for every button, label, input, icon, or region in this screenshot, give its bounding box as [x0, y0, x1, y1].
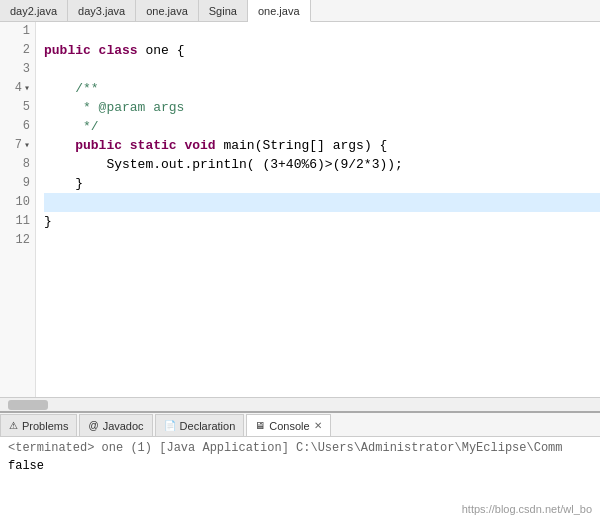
tab-console-label: Console — [269, 420, 309, 432]
tab-day3[interactable]: day3.java — [68, 0, 136, 21]
horizontal-scrollbar[interactable] — [0, 397, 600, 411]
problems-icon: ⚠ — [9, 420, 18, 431]
tab-bar: day2.java day3.java one.java Sgina one.j… — [0, 0, 600, 22]
ln-3: 3 — [0, 60, 35, 79]
console-icon: 🖥 — [255, 420, 265, 431]
tab-problems[interactable]: ⚠ Problems — [0, 414, 77, 436]
tab-declaration-label: Declaration — [180, 420, 236, 432]
ln-12: 12 — [0, 231, 35, 250]
tab-day2[interactable]: day2.java — [0, 0, 68, 21]
tab-declaration[interactable]: 📄 Declaration — [155, 414, 245, 436]
code-line-6: */ — [44, 117, 600, 136]
editor: 1 2 3 4▾ 5 6 7▾ 8 9 10 11 12 public clas… — [0, 22, 600, 411]
ln-11: 11 — [0, 212, 35, 231]
ln-4: 4▾ — [0, 79, 35, 98]
javadoc-icon: @ — [88, 420, 98, 431]
code-line-11: } — [44, 212, 600, 231]
ln-9: 9 — [0, 174, 35, 193]
code-area: 1 2 3 4▾ 5 6 7▾ 8 9 10 11 12 public clas… — [0, 22, 600, 397]
tab-one1[interactable]: one.java — [136, 0, 199, 21]
ln-6: 6 — [0, 117, 35, 136]
code-line-10 — [44, 193, 600, 212]
tab-javadoc-label: Javadoc — [103, 420, 144, 432]
bottom-panel: ⚠ Problems @ Javadoc 📄 Declaration 🖥 Con… — [0, 411, 600, 519]
ln-5: 5 — [0, 98, 35, 117]
ln-8: 8 — [0, 155, 35, 174]
tab-sgina[interactable]: Sgina — [199, 0, 248, 21]
tab-one2[interactable]: one.java — [248, 0, 311, 22]
ln-2: 2 — [0, 41, 35, 60]
ln-1: 1 — [0, 22, 35, 41]
code-line-1 — [44, 22, 600, 41]
tab-console[interactable]: 🖥 Console ✕ — [246, 414, 330, 436]
tab-problems-label: Problems — [22, 420, 68, 432]
code-line-8: System.out.println( (3+40%6)>(9/2*3)); — [44, 155, 600, 174]
tab-javadoc[interactable]: @ Javadoc — [79, 414, 152, 436]
ln-10: 10 — [0, 193, 35, 212]
code-line-7: public static void main(String[] args) { — [44, 136, 600, 155]
console-close-button[interactable]: ✕ — [314, 420, 322, 431]
code-line-3 — [44, 60, 600, 79]
line-numbers: 1 2 3 4▾ 5 6 7▾ 8 9 10 11 12 — [0, 22, 36, 397]
code-line-4: /** — [44, 79, 600, 98]
h-scroll-thumb[interactable] — [8, 400, 48, 410]
ln-7: 7▾ — [0, 136, 35, 155]
console-terminated-line: <terminated> one (1) [Java Application] … — [8, 439, 592, 457]
code-line-2: public class one { — [44, 41, 600, 60]
code-line-9: } — [44, 174, 600, 193]
bottom-tab-bar: ⚠ Problems @ Javadoc 📄 Declaration 🖥 Con… — [0, 413, 600, 437]
watermark: https://blog.csdn.net/wl_bo — [462, 503, 592, 515]
declaration-icon: 📄 — [164, 420, 176, 431]
code-line-5: * @param args — [44, 98, 600, 117]
code-line-12 — [44, 231, 600, 250]
code-content[interactable]: public class one { /** * @param args */ … — [36, 22, 600, 397]
console-output-line: false — [8, 457, 592, 475]
